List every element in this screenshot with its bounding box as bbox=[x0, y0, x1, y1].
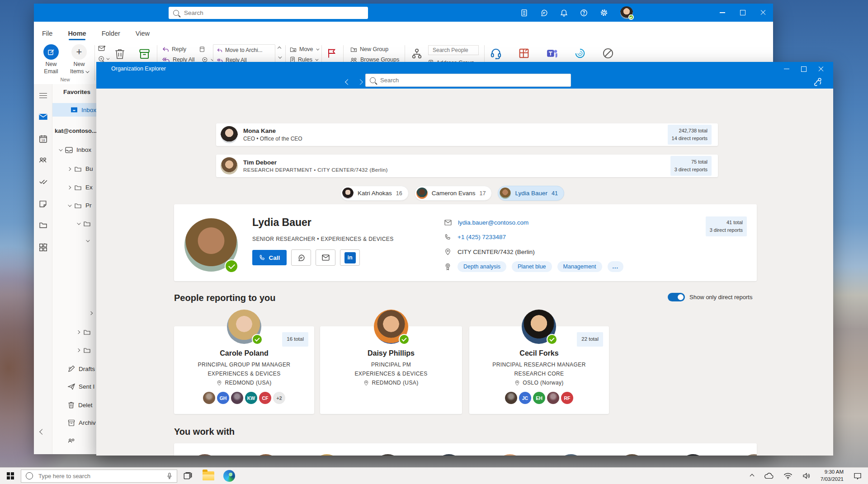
notes-module-icon[interactable] bbox=[39, 200, 47, 208]
peer-chip-katri[interactable]: Katri Ahokas 16 bbox=[340, 186, 409, 201]
help-icon[interactable] bbox=[580, 9, 588, 17]
direct-reports-toggle[interactable] bbox=[668, 293, 685, 301]
folder-item-nested[interactable] bbox=[77, 221, 91, 227]
headset-icon[interactable] bbox=[490, 47, 502, 60]
peer-chip-lydia[interactable]: Lydia Bauer 41 bbox=[498, 186, 564, 201]
wifi-icon[interactable] bbox=[783, 473, 793, 479]
linkedin-button[interactable] bbox=[340, 249, 360, 266]
new-items-button[interactable]: + New Items bbox=[66, 44, 92, 75]
call-button[interactable]: Call bbox=[252, 250, 287, 265]
folder-item-drafts[interactable]: Drafts bbox=[68, 365, 95, 372]
minimize-button[interactable] bbox=[712, 4, 732, 22]
favorite-inbox-item[interactable]: Inbox bbox=[52, 103, 96, 117]
coworker-avatar[interactable] bbox=[618, 454, 646, 456]
expander-icon[interactable] bbox=[89, 311, 93, 315]
quicksteps-up-icon[interactable] bbox=[278, 47, 281, 50]
groups-folder-icon[interactable] bbox=[68, 437, 75, 443]
outlook-search-box[interactable] bbox=[169, 7, 368, 19]
org-search-input[interactable] bbox=[379, 76, 566, 84]
profile-phone-link[interactable]: +1 (425) 7233487 bbox=[458, 234, 506, 240]
expander-icon[interactable] bbox=[86, 238, 90, 242]
coworker-avatar[interactable] bbox=[252, 454, 279, 456]
taskbar-search-box[interactable] bbox=[21, 470, 177, 483]
calendar-module-icon[interactable]: 18 bbox=[39, 135, 47, 143]
coworker-avatar[interactable] bbox=[679, 454, 707, 456]
maximize-button[interactable] bbox=[732, 4, 753, 22]
chat-button[interactable] bbox=[291, 249, 311, 266]
org-maximize-button[interactable] bbox=[795, 62, 812, 76]
report-card[interactable]: 16 total Carole Poland PRINCIPAL GROUP P… bbox=[174, 326, 314, 414]
people-module-icon[interactable] bbox=[39, 156, 47, 164]
taskbar-clock[interactable]: 9:30 AM 7/03/2021 bbox=[821, 469, 844, 483]
report-card[interactable]: Daisy Phillips PRINCIPAL PM EXPERIENCES … bbox=[320, 326, 462, 414]
manager-row[interactable]: Mona Kane CEO • Office of the CEO 242,73… bbox=[216, 123, 718, 146]
search-people-input[interactable] bbox=[432, 47, 475, 54]
outlook-search-input[interactable] bbox=[183, 9, 363, 17]
more-tags-pill[interactable]: ... bbox=[608, 261, 623, 272]
tab-file[interactable]: File bbox=[42, 30, 52, 37]
org-close-button[interactable] bbox=[812, 62, 830, 76]
tag-pill[interactable]: Depth analysis bbox=[458, 261, 506, 272]
quicksteps-down-icon[interactable] bbox=[278, 55, 282, 58]
settings-icon[interactable] bbox=[600, 9, 608, 17]
manager-row[interactable]: Tim Deboer RESEARCH DEPARTMENT • CITY CE… bbox=[216, 155, 718, 177]
store-icon[interactable] bbox=[518, 47, 530, 60]
chat-icon[interactable] bbox=[540, 9, 548, 17]
org-hierarchy-icon[interactable] bbox=[411, 48, 423, 60]
new-group-button[interactable]: New Group bbox=[350, 46, 399, 52]
envelope-flag-icon[interactable] bbox=[98, 45, 106, 52]
coworker-avatar[interactable] bbox=[557, 454, 585, 456]
org-search-box[interactable] bbox=[365, 74, 571, 87]
org-minimize-button[interactable] bbox=[778, 62, 795, 76]
folder-item-business[interactable]: Bu bbox=[68, 165, 93, 172]
report-card[interactable]: 22 total Cecil Forks PRINCIPAL RESEARCH … bbox=[469, 326, 609, 414]
account-header[interactable]: kat@contoso... bbox=[55, 127, 96, 134]
new-email-button[interactable]: New Email bbox=[38, 44, 64, 75]
folder-item-deep[interactable] bbox=[77, 329, 91, 335]
report-icon[interactable] bbox=[602, 47, 614, 60]
task-icon[interactable] bbox=[199, 46, 205, 52]
folder-item-expenses[interactable]: Ex bbox=[68, 184, 93, 191]
hamburger-icon[interactable] bbox=[39, 91, 47, 100]
folder-item-projects[interactable]: Pr bbox=[68, 202, 92, 209]
bell-icon[interactable] bbox=[560, 9, 568, 17]
collapse-pane-icon[interactable] bbox=[39, 429, 45, 435]
folder-item-inbox[interactable]: Inbox bbox=[59, 146, 91, 153]
forward-icon[interactable] bbox=[357, 79, 363, 85]
profile-email-link[interactable]: lydia.bauer@contoso.com bbox=[458, 219, 528, 226]
tag-pill[interactable]: Management bbox=[557, 261, 602, 272]
folder-item-archive[interactable]: Archiv bbox=[68, 419, 96, 426]
teams-icon[interactable] bbox=[546, 47, 558, 60]
org-chart-icon[interactable] bbox=[813, 77, 823, 87]
folder-item-deleted[interactable]: Delet bbox=[68, 401, 93, 409]
coworker-avatar[interactable] bbox=[191, 454, 218, 456]
folders-module-icon[interactable] bbox=[39, 221, 47, 229]
apps-module-icon[interactable] bbox=[39, 243, 47, 252]
close-button[interactable] bbox=[753, 4, 773, 22]
insights-icon[interactable] bbox=[574, 47, 586, 60]
tab-home[interactable]: Home bbox=[68, 30, 86, 37]
quickstep-move-archive[interactable]: Move to Archi... bbox=[225, 47, 265, 53]
mic-icon[interactable] bbox=[167, 472, 172, 480]
folder-item-sent[interactable]: Sent I bbox=[68, 383, 94, 390]
coworker-avatar[interactable] bbox=[741, 454, 757, 456]
action-center-icon[interactable] bbox=[854, 472, 862, 479]
tag-pill[interactable]: Planet blue bbox=[512, 261, 552, 272]
coworker-avatar[interactable] bbox=[496, 454, 524, 456]
sticker-icon[interactable] bbox=[98, 56, 105, 62]
flag-icon[interactable] bbox=[327, 48, 337, 59]
tray-expand-icon[interactable] bbox=[750, 474, 754, 478]
tab-view[interactable]: View bbox=[136, 30, 150, 37]
email-button[interactable] bbox=[316, 249, 335, 266]
search-people-box[interactable] bbox=[428, 45, 479, 55]
archive-icon[interactable] bbox=[139, 48, 150, 59]
mail-module-icon[interactable] bbox=[38, 113, 48, 121]
tasks-module-icon[interactable] bbox=[39, 178, 47, 185]
onedrive-icon[interactable] bbox=[764, 473, 774, 479]
coworker-avatar[interactable] bbox=[435, 454, 462, 456]
back-icon[interactable] bbox=[345, 79, 351, 85]
file-explorer-button[interactable] bbox=[198, 468, 219, 484]
coworker-avatar[interactable] bbox=[374, 454, 401, 456]
tab-folder[interactable]: Folder bbox=[102, 30, 120, 37]
peer-chip-cameron[interactable]: Cameron Evans 17 bbox=[415, 186, 492, 201]
